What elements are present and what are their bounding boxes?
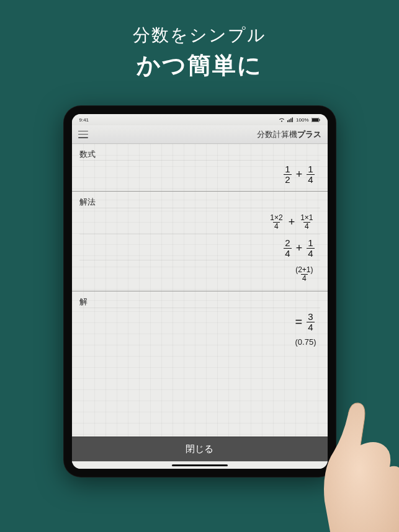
operator-plus: + xyxy=(296,168,303,181)
fraction: 2 4 xyxy=(284,238,291,259)
fraction: (2+1) 4 xyxy=(294,266,314,282)
expression-row: 1 2 + 1 4 xyxy=(79,160,320,186)
close-button[interactable]: 閉じる xyxy=(72,437,328,461)
expression-label: 数式 xyxy=(79,149,320,160)
battery-text: 100% xyxy=(296,117,308,123)
screen: 9:41 100% 分数計算機プラス 数式 1 xyxy=(72,114,328,469)
svg-rect-0 xyxy=(287,120,289,122)
svg-rect-1 xyxy=(289,120,290,123)
content-area: 数式 1 2 + 1 4 解法 1×2 xyxy=(72,144,328,437)
answer-label: 解 xyxy=(79,296,320,308)
fraction: 1×1 4 xyxy=(299,214,314,230)
menu-icon[interactable] xyxy=(78,131,88,138)
solution-step: (2+1) 4 xyxy=(79,260,320,286)
hero-text: 分数をシンプル かつ簡単に xyxy=(0,0,399,81)
fraction: 1×2 4 xyxy=(269,214,284,230)
wifi-icon xyxy=(279,117,285,122)
svg-rect-2 xyxy=(290,118,292,122)
svg-rect-5 xyxy=(312,118,318,122)
solution-label: 解法 xyxy=(79,197,320,208)
operator-plus: + xyxy=(296,242,303,255)
app-title: 分数計算機プラス xyxy=(257,129,321,140)
app-title-bold: プラス xyxy=(297,130,321,139)
equals-sign: = xyxy=(295,315,302,329)
svg-rect-6 xyxy=(319,119,320,121)
solution-section: 解法 1×2 4 + 1×1 4 2 4 xyxy=(72,192,328,291)
hero-line1: 分数をシンプル xyxy=(0,24,399,47)
title-bar: 分数計算機プラス xyxy=(72,125,328,144)
fraction: 3 4 xyxy=(307,312,314,332)
app-title-prefix: 分数計算機 xyxy=(257,130,297,139)
fraction: 1 4 xyxy=(307,164,314,185)
fraction: 1 4 xyxy=(307,238,314,259)
home-indicator[interactable] xyxy=(72,461,328,469)
status-bar: 9:41 100% xyxy=(72,114,328,125)
tablet-frame: 9:41 100% 分数計算機プラス 数式 1 xyxy=(63,105,336,477)
operator-plus: + xyxy=(289,216,295,229)
answer-decimal: (0.75) xyxy=(79,334,320,347)
hero-line2: かつ簡単に xyxy=(0,50,399,81)
answer-row: = 3 4 xyxy=(79,308,320,334)
signal-icon xyxy=(287,117,294,122)
status-right: 100% xyxy=(279,117,320,123)
fraction: 1 2 xyxy=(284,164,291,185)
svg-rect-3 xyxy=(292,118,294,123)
solution-step: 1×2 4 + 1×1 4 xyxy=(79,208,320,234)
answer-section: 解 = 3 4 (0.75) xyxy=(72,291,328,437)
battery-icon xyxy=(312,118,320,122)
expression-section: 数式 1 2 + 1 4 xyxy=(72,144,328,192)
solution-step: 2 4 + 1 4 xyxy=(79,234,320,260)
status-time: 9:41 xyxy=(79,117,89,123)
